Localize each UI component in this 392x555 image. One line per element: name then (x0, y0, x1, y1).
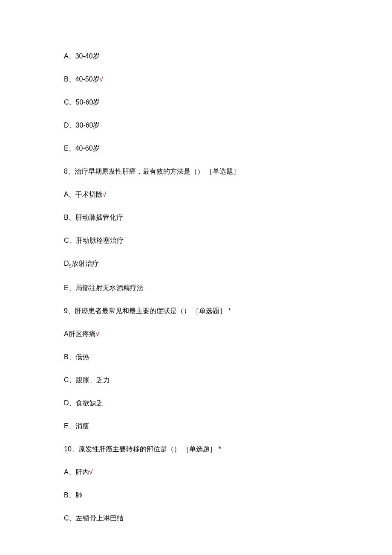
option-a: A、30-40岁 (64, 51, 328, 61)
option-e: E、消瘦 (64, 421, 328, 431)
option-d: D、30-60岁 (64, 120, 328, 131)
check-icon: √ (96, 330, 100, 337)
option-text: A、肝内 (64, 468, 89, 476)
option-text: B、40-50岁 (64, 76, 100, 83)
option-text: 放射治疗 (72, 260, 99, 267)
option-c: C、肝动脉栓塞治疗 (64, 235, 328, 246)
option-a-correct: A肝区疼痛√ (64, 329, 328, 339)
option-b-correct: B、40-50岁√ (64, 74, 328, 84)
option-b: B、肝动脉插管化疗 (64, 212, 328, 223)
option-c: C、左锁骨上淋巴结 (64, 513, 328, 523)
option-d: D、食欲缺乏 (64, 398, 328, 408)
check-icon: √ (103, 191, 107, 198)
check-icon: √ (100, 76, 104, 83)
question-8: 8、治疗早期原发性肝癌，最有效的方法是（） ［单选题］ (64, 166, 328, 177)
option-b: B、肺 (64, 490, 328, 500)
document-page: A、30-40岁 B、40-50岁√ C、50-60岁 D、30-60岁 E、4… (0, 0, 392, 555)
option-c: C、50-60岁 (64, 97, 328, 108)
option-e: E、40-60岁 (64, 143, 328, 154)
option-text: A肝区疼痛 (64, 330, 96, 337)
option-b: B、低热 (64, 352, 328, 362)
question-10: 10、原发性肝癌主要转移的部位是（） ［单选题］ * (64, 444, 328, 454)
question-9: 9、肝癌患者最常见和最主要的症状是（） ［单选题］ * (64, 306, 328, 316)
option-a-correct: A、手术切除√ (64, 189, 328, 200)
option-d: Ds放射治疗 (64, 259, 328, 270)
option-c: C、腹胀、乏力 (64, 375, 328, 385)
option-text: D (64, 260, 69, 267)
check-icon: √ (89, 468, 93, 476)
option-e: E、局部注射无水酒精疗法 (64, 283, 328, 293)
option-a-correct: A、肝内√ (64, 467, 328, 477)
option-text: A、手术切除 (64, 191, 103, 198)
